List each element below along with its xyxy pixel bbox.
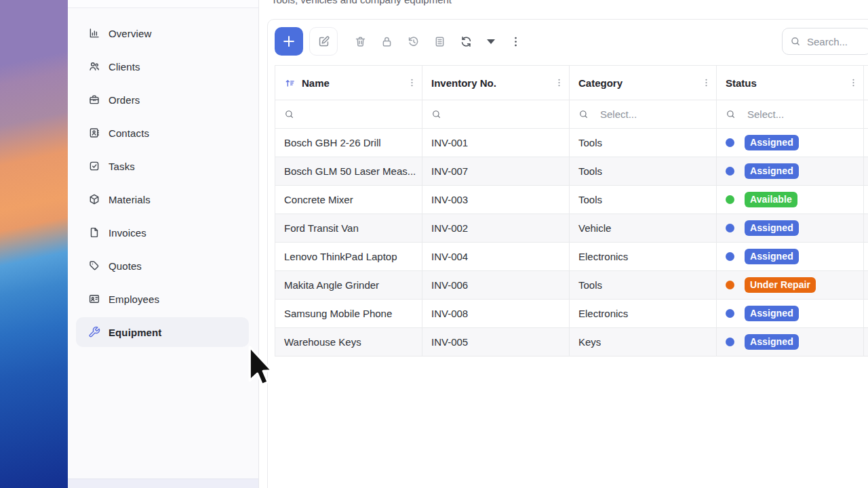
sidebar-item-label: Clients [108,61,140,73]
more-button[interactable] [502,27,529,56]
sidebar-item-label: Employees [108,293,159,305]
people-icon [88,60,100,73]
column-menu-kebab-icon[interactable] [554,78,564,88]
delete-button[interactable] [347,27,374,56]
column-label: Inventory No. [431,77,496,89]
screen: Overview Clients Orders Contacts Tasks M… [0,0,868,488]
cell-inventory-no: INV-003 [422,186,570,214]
filter-name[interactable] [275,100,422,129]
column-header-name[interactable]: Name [275,66,422,100]
column-menu-kebab-icon[interactable] [701,78,711,88]
cell-inventory-no: INV-008 [422,300,570,328]
cell-name: Lenovo ThinkPad Laptop [275,243,422,271]
search-input[interactable] [807,36,861,47]
cell-category: Tools [570,157,717,186]
filter-status[interactable]: Select... [717,100,864,129]
cell-inventory-no: INV-005 [422,328,570,357]
status-dot-icon [726,224,734,232]
sidebar-bottom-strip [68,479,258,488]
search-icon [578,109,589,119]
table-row[interactable]: Lenovo ThinkPad LaptopINV-004Electronics… [275,243,868,271]
page-title: Tools, vehicles and company equipment [271,0,452,5]
lock-button[interactable] [374,27,400,56]
column-overflow [864,66,868,100]
cell-category: Tools [570,129,717,157]
column-header-category[interactable]: Category [570,66,717,100]
cell-status: Assigned [717,129,864,157]
status-dot-icon [726,281,734,289]
column-menu-kebab-icon[interactable] [848,78,859,88]
search-box[interactable] [782,28,868,55]
toolbar-buttons [275,27,529,56]
cube-icon [88,193,100,205]
cell-inventory-no: INV-004 [422,243,570,271]
sidebar-item-orders[interactable]: Orders [76,85,249,115]
sidebar-item-label: Quotes [108,260,142,272]
log-button[interactable] [427,27,453,56]
column-overflow [864,271,868,300]
cell-name: Bosch GLM 50 Laser Meas... [275,157,422,186]
table-filter-row: Select...Select... [275,100,868,129]
sidebar-item-clients[interactable]: Clients [76,52,249,81]
sidebar-item-invoices[interactable]: Invoices [76,218,249,247]
table-row[interactable]: Concrete MixerINV-003ToolsAvailable [275,186,868,214]
sidebar-item-employees[interactable]: Employees [76,284,249,314]
table-row[interactable]: Bosch GBH 2-26 DrillINV-001ToolsAssigned [275,129,868,157]
sidebar-item-label: Overview [108,28,151,39]
cell-status: Assigned [717,243,864,271]
cell-category: Vehicle [570,214,717,243]
sidebar-nav: Overview Clients Orders Contacts Tasks M… [68,8,258,347]
column-overflow [864,186,868,214]
sidebar-item-tasks[interactable]: Tasks [76,151,249,181]
refresh-button[interactable] [453,27,479,56]
sidebar-top-divider [68,0,258,8]
toolbar [268,20,868,56]
table-row[interactable]: Bosch GLM 50 Laser Meas...INV-007ToolsAs… [275,157,868,186]
table-row[interactable]: Samsung Mobile PhoneINV-008ElectronicsAs… [275,300,868,328]
filter-inventory-no-[interactable] [422,100,570,129]
filter-placeholder: Select... [600,108,637,120]
column-overflow [864,157,868,186]
wrench-icon [88,326,100,338]
column-header-status[interactable]: Status [717,66,864,100]
sidebar-item-quotes[interactable]: Quotes [76,251,249,281]
status-badge: Under Repair [745,277,816,293]
history-button[interactable] [400,27,427,56]
column-header-inventory-no-[interactable]: Inventory No. [422,66,570,100]
sidebar-item-label: Equipment [108,327,161,338]
table-row[interactable]: Ford Transit VanINV-002VehicleAssigned [275,214,868,243]
column-overflow [864,129,868,157]
sidebar-item-overview[interactable]: Overview [76,18,249,48]
cell-name: Ford Transit Van [275,214,422,243]
cell-status: Assigned [717,300,864,328]
main-content: Tools, vehicles and company equipment Na… [259,0,868,488]
cell-name: Bosch GBH 2-26 Drill [275,129,422,157]
cell-category: Electronics [570,300,717,328]
sidebar: Overview Clients Orders Contacts Tasks M… [68,0,259,488]
sidebar-item-materials[interactable]: Materials [76,184,249,214]
dropdown-button[interactable] [479,27,502,56]
notes-icon [433,35,446,48]
edit-button[interactable] [309,27,338,56]
status-badge: Assigned [745,163,799,179]
cell-name: Makita Angle Grinder [275,271,422,300]
add-button[interactable] [275,27,303,56]
cell-status: Assigned [717,328,864,357]
status-badge: Assigned [745,249,799,264]
table-row[interactable]: Warehouse KeysINV-005KeysAssigned [275,328,868,357]
plus-icon [281,34,296,49]
column-overflow [864,214,868,243]
cell-name: Concrete Mixer [275,186,422,214]
cell-inventory-no: INV-001 [422,129,570,157]
sidebar-item-contacts[interactable]: Contacts [76,118,249,148]
sort-asc-icon [284,77,296,89]
column-menu-kebab-icon[interactable] [407,78,417,88]
cell-status: Assigned [717,157,864,186]
filter-category[interactable]: Select... [570,100,717,129]
kebab-icon [509,35,522,48]
search-icon [431,109,441,119]
search-icon [790,36,801,47]
table-row[interactable]: Makita Angle GrinderINV-006ToolsUnder Re… [275,271,868,300]
sidebar-item-equipment[interactable]: Equipment [76,317,249,347]
cell-status: Available [717,186,864,214]
